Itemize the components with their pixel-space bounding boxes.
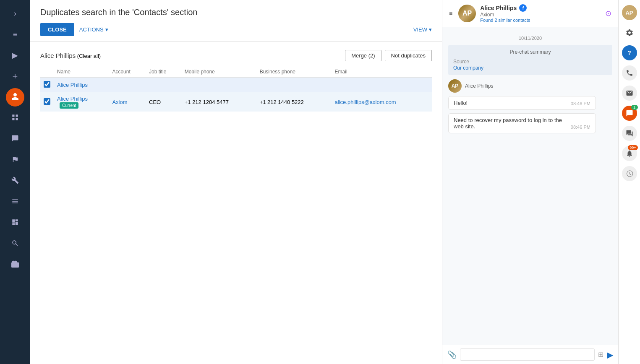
source-row: Source Our company [453, 58, 607, 71]
not-duplicates-button[interactable]: Not duplicates [385, 50, 432, 61]
help-button[interactable]: ? [622, 45, 637, 60]
message-1: Hello! 08:46 PM [448, 96, 596, 110]
col-job-title: Job title [146, 66, 181, 78]
table-row: Alice PhillipsCurrentAxiomCEO+1 212 1204… [40, 92, 432, 112]
phone-button[interactable] [622, 65, 637, 81]
facebook-icon[interactable]: f [519, 4, 527, 12]
message-2-text: Need to recover my password to log in to… [454, 117, 566, 130]
comments-icon [11, 135, 19, 144]
sidebar-item-list[interactable] [6, 193, 24, 211]
contact-name-link-0[interactable]: Alice Phillips [57, 82, 88, 88]
sidebar-item-hamburger[interactable]: ≡ [6, 25, 24, 44]
row-mobile_phone-0 [181, 78, 256, 93]
actions-button[interactable]: ACTIONS ▾ [79, 26, 108, 33]
sidebar-item-play[interactable]: ▶ [6, 46, 24, 65]
chat-input[interactable] [460, 348, 595, 361]
livechat-button[interactable] [622, 126, 637, 141]
message-2: Need to recover my password to log in to… [448, 113, 596, 133]
sidebar-item-contacts[interactable] [6, 88, 24, 107]
sidebar-item-plus[interactable]: + [6, 67, 24, 86]
notification-button[interactable]: 99+ [622, 146, 637, 161]
user-avatar-initials: AP [625, 10, 633, 16]
pre-chat-title: Pre-chat summary [453, 49, 607, 55]
search-adv-icon [11, 239, 19, 249]
row-business_phone-0 [256, 78, 332, 93]
row-job_title-0 [146, 78, 181, 93]
sidebar: › ≡ ▶ + [0, 0, 30, 364]
chat-sender-name: Alice Phillips [465, 83, 493, 89]
contact-info: Alice Phillips f Axiom Found 2 similar c… [480, 4, 599, 23]
svg-rect-2 [12, 118, 14, 120]
gear-button[interactable] [622, 25, 637, 40]
row-checkbox-0[interactable] [44, 81, 50, 88]
found-similar-link[interactable]: Found 2 similar contacts [480, 18, 599, 23]
notification-badge: 99+ [628, 145, 637, 150]
sidebar-item-dashboard[interactable] [6, 214, 24, 232]
col-account: Account [109, 66, 146, 78]
clear-all-link[interactable]: (Clear all) [77, 53, 101, 59]
panel-filter-button[interactable]: ≡ [447, 8, 454, 18]
view-button[interactable]: VIEW ▾ [413, 26, 432, 33]
actions-label: ACTIONS [79, 26, 104, 33]
plus-icon: + [13, 71, 18, 82]
close-button[interactable]: CLOSE [40, 23, 74, 36]
current-badge: Current [60, 102, 78, 109]
row-account-0 [109, 78, 146, 93]
message-1-time: 08:46 PM [571, 101, 590, 106]
sidebar-item-grid[interactable] [6, 109, 24, 127]
pre-chat-summary: Pre-chat summary Source Our company [448, 45, 612, 75]
messenger-icon-btn[interactable]: ⊙ [603, 7, 613, 20]
chat-date: 10/11/2020 [448, 36, 612, 41]
row-name-0: Alice Phillips [54, 78, 109, 93]
section-title-row: Alice Phillips (Clear all) Merge (2) Not… [40, 50, 432, 61]
col-email: Email [332, 66, 432, 78]
row-business_phone-1: +1 212 1440 5222 [256, 92, 332, 112]
main-header: Duplicates search in the 'Contacts' sect… [30, 0, 442, 42]
table-row: Alice Phillips [40, 78, 432, 93]
message-2-time: 08:46 PM [571, 125, 590, 130]
col-business-phone: Business phone [256, 66, 332, 78]
contact-name: Alice Phillips [480, 5, 517, 11]
svg-rect-0 [12, 114, 14, 117]
chat-button[interactable]: 1 [622, 106, 637, 121]
list-icon [11, 198, 19, 207]
row-checkbox-1[interactable] [44, 98, 50, 105]
source-label: Source [453, 59, 469, 65]
user-avatar-button[interactable]: AP [622, 5, 637, 20]
attach-button[interactable]: 📎 [447, 350, 457, 359]
play-icon: ▶ [12, 51, 18, 60]
row-job_title-1: CEO [146, 92, 181, 112]
sidebar-item-comments[interactable] [6, 130, 24, 148]
chat-sender-row: AP Alice Phillips [448, 79, 612, 93]
row-account-1: Axiom [109, 92, 146, 112]
row-email-0 [332, 78, 432, 93]
contacts-icon [11, 92, 19, 103]
section-title: Alice Phillips (Clear all) [40, 52, 101, 59]
merge-actions: Merge (2) Not duplicates [345, 50, 432, 61]
sidebar-item-chevron[interactable]: › [6, 4, 24, 23]
template-button[interactable]: ⊞ [598, 351, 603, 359]
sidebar-item-search-adv[interactable] [6, 235, 24, 253]
right-panel-header: ≡ AP Alice Phillips f Axiom Found 2 simi… [442, 0, 618, 27]
sidebar-item-tools[interactable] [6, 172, 24, 190]
dashboard-icon [11, 218, 19, 228]
send-button[interactable]: ▶ [607, 350, 613, 360]
flag-icon [11, 156, 19, 165]
merge-button[interactable]: Merge (2) [345, 50, 381, 61]
tools-icon [11, 177, 19, 186]
right-panel: ≡ AP Alice Phillips f Axiom Found 2 simi… [442, 0, 618, 364]
mail-button[interactable] [622, 86, 637, 101]
duplicates-table: Name Account Job title Mobile phone Busi… [40, 66, 432, 112]
view-dropdown-icon: ▾ [429, 26, 432, 33]
row-email-1: alice.phillips@axiom.com [332, 92, 432, 112]
sidebar-item-flag[interactable] [6, 151, 24, 169]
col-checkbox [40, 66, 54, 78]
contact-name-link-1[interactable]: Alice Phillips [57, 96, 88, 102]
duplicates-content: Alice Phillips (Clear all) Merge (2) Not… [30, 42, 442, 364]
message-1-text: Hello! [454, 100, 566, 106]
svg-rect-1 [16, 114, 18, 117]
history-button[interactable] [622, 166, 637, 181]
sidebar-item-briefcase[interactable] [6, 256, 24, 274]
hamburger-icon: ≡ [13, 30, 18, 39]
source-link[interactable]: Our company [453, 65, 483, 71]
